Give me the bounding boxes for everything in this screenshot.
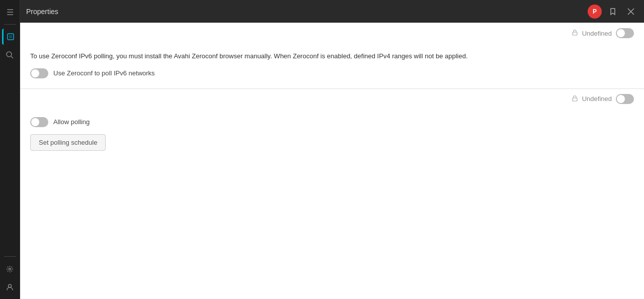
- section2-toggle-slider: [616, 94, 634, 104]
- section1-toggle-slider: [616, 28, 634, 38]
- bookmark-icon: [609, 8, 617, 16]
- section1-toggle[interactable]: [616, 28, 634, 38]
- sidebar: ☰: [0, 0, 20, 299]
- sidebar-item-user[interactable]: [2, 279, 18, 295]
- section1-body: To use Zeroconf IPv6 polling, you must i…: [20, 43, 644, 88]
- svg-rect-8: [573, 98, 577, 101]
- lock-icon-1: [572, 29, 578, 37]
- zeroconf-ipv6-toggle-slider: [30, 68, 48, 78]
- sidebar-item-zeroconf[interactable]: [2, 29, 18, 45]
- close-icon-btn[interactable]: [624, 5, 638, 19]
- polling-section: Allow polling Set polling schedule: [20, 109, 644, 161]
- info-text: To use Zeroconf IPv6 polling, you must i…: [30, 51, 634, 61]
- set-polling-schedule-button[interactable]: Set polling schedule: [30, 134, 106, 151]
- user-icon: [6, 283, 14, 291]
- section2-undefined-label: Undefined: [582, 95, 612, 103]
- header: Properties P: [20, 0, 644, 23]
- lock-icon-2: [572, 95, 578, 103]
- svg-point-3: [9, 268, 11, 270]
- svg-point-1: [7, 52, 12, 57]
- search-icon: [6, 51, 14, 59]
- sidebar-item-settings[interactable]: [2, 261, 18, 277]
- sidebar-divider: [4, 24, 16, 25]
- svg-rect-7: [573, 32, 577, 35]
- section1-undefined-label: Undefined: [582, 30, 612, 37]
- bookmark-icon-btn[interactable]: [606, 5, 620, 19]
- allow-polling-toggle[interactable]: [30, 117, 48, 127]
- header-actions: P: [588, 5, 638, 19]
- svg-line-2: [11, 56, 13, 58]
- main-panel: Properties P: [20, 0, 644, 299]
- sidebar-item-search[interactable]: [2, 47, 18, 63]
- content-area: Undefined To use Zeroconf IPv6 polling, …: [20, 23, 644, 299]
- section2-header: Undefined: [20, 88, 644, 109]
- close-icon: [627, 8, 634, 15]
- sidebar-bottom-divider: [4, 256, 16, 257]
- zeroconf-ipv6-toggle-label: Use Zeroconf to poll IPv6 networks: [53, 69, 155, 77]
- settings-icon: [6, 265, 14, 273]
- allow-polling-toggle-row: Allow polling: [30, 117, 634, 127]
- user-avatar[interactable]: P: [588, 5, 602, 19]
- allow-polling-label: Allow polling: [53, 118, 90, 126]
- svg-point-4: [9, 284, 12, 287]
- zeroconf-ipv6-toggle-row: Use Zeroconf to poll IPv6 networks: [30, 68, 634, 78]
- page-title: Properties: [26, 8, 584, 16]
- allow-polling-toggle-slider: [30, 117, 48, 127]
- sidebar-menu-icon[interactable]: ☰: [2, 4, 18, 20]
- sidebar-bottom: [2, 254, 18, 295]
- zeroconf-ipv6-toggle[interactable]: [30, 68, 48, 78]
- section2-toggle[interactable]: [616, 94, 634, 104]
- zeroconf-icon: [7, 33, 15, 41]
- section1-header: Undefined: [20, 23, 644, 43]
